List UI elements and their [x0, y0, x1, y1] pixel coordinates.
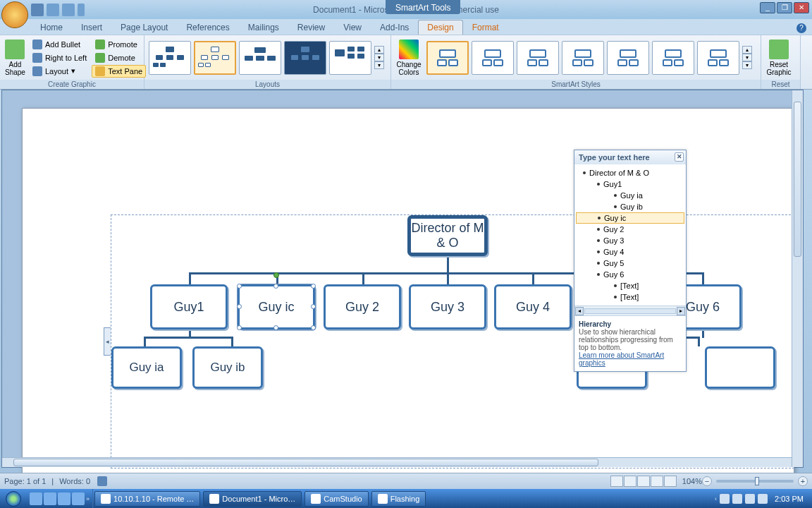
zoom-level[interactable]: 104%: [682, 477, 702, 485]
close-button[interactable]: ✕: [794, 2, 809, 13]
text-pane-body[interactable]: Director of M & OGuy1Guy iaGuy ibGuy icG…: [574, 164, 686, 306]
view-print-layout[interactable]: [610, 476, 623, 487]
ql-ie-icon[interactable]: [58, 492, 70, 505]
page[interactable]: ◂ • • • • Director of M & O Guy1: [22, 108, 794, 508]
ql-more-icon[interactable]: »: [86, 495, 90, 502]
layouts-gallery-spinner[interactable]: ▴▾▾: [374, 46, 384, 69]
change-colors-button[interactable]: Change Colors: [394, 37, 424, 78]
tab-design[interactable]: Design: [418, 20, 462, 35]
style-thumb-6[interactable]: [652, 41, 694, 75]
learn-more-link[interactable]: Learn more about SmartArt graphics: [579, 351, 664, 367]
styles-gallery-spinner[interactable]: ▴▾▾: [742, 46, 752, 69]
node-guy6-child2[interactable]: [705, 346, 775, 389]
smartart-canvas[interactable]: ◂ • • • • Director of M & O Guy1: [111, 214, 794, 468]
layout-thumb-2[interactable]: [194, 41, 236, 75]
style-thumb-7[interactable]: [697, 41, 739, 75]
node-guy1[interactable]: Guy1: [150, 284, 228, 329]
save-icon[interactable]: [31, 4, 44, 16]
text-pane-close-icon[interactable]: ✕: [675, 152, 684, 162]
textpane-toggle-tab[interactable]: ◂: [104, 327, 111, 356]
zoom-out-button[interactable]: −: [702, 476, 712, 486]
minimize-button[interactable]: _: [760, 2, 775, 13]
layout-button[interactable]: Layout ▾: [29, 65, 90, 78]
add-shape-button[interactable]: Add Shape: [3, 37, 27, 78]
view-outline[interactable]: [651, 476, 663, 487]
view-full-screen[interactable]: [624, 476, 636, 487]
demote-button[interactable]: Demote: [92, 52, 146, 64]
start-button[interactable]: [0, 489, 27, 508]
tab-page-layout[interactable]: Page Layout: [111, 20, 177, 35]
ql-media-icon[interactable]: [72, 492, 85, 505]
maximize-button[interactable]: ❐: [777, 2, 792, 13]
tab-format[interactable]: Format: [463, 20, 508, 35]
tab-references[interactable]: References: [177, 20, 238, 35]
ql-show-desktop-icon[interactable]: [30, 492, 42, 505]
tab-home[interactable]: Home: [31, 20, 72, 35]
help-icon[interactable]: ?: [796, 23, 806, 33]
text-pane-item[interactable]: [Text]: [576, 291, 684, 303]
layout-thumb-4[interactable]: [284, 41, 326, 75]
text-pane-item[interactable]: Guy1: [576, 179, 684, 190]
tray-expand-icon[interactable]: ‹: [715, 495, 717, 502]
text-pane-item[interactable]: Director of M & O: [576, 167, 684, 179]
style-thumb-3[interactable]: [517, 41, 559, 75]
node-guy3[interactable]: Guy 3: [409, 284, 486, 329]
undo-icon[interactable]: [47, 4, 59, 16]
spell-check-icon[interactable]: [97, 476, 107, 486]
taskbar-task[interactable]: 10.10.1.10 - Remote …: [94, 491, 200, 507]
tray-network-icon[interactable]: [745, 494, 755, 504]
tab-insert[interactable]: Insert: [72, 20, 111, 35]
ql-switch-windows-icon[interactable]: [44, 492, 56, 505]
text-pane-item[interactable]: Guy 5: [576, 258, 684, 269]
node-guy4[interactable]: Guy 4: [494, 284, 572, 329]
text-pane-item[interactable]: Guy ib: [576, 201, 684, 212]
zoom-in-button[interactable]: +: [798, 476, 808, 486]
tray-volume-icon[interactable]: [758, 494, 768, 504]
text-pane-item[interactable]: Guy 6: [576, 269, 684, 280]
tray-icon-2[interactable]: [732, 494, 742, 504]
tab-mailings[interactable]: Mailings: [239, 20, 288, 35]
text-pane-item[interactable]: Guy ic: [576, 212, 684, 224]
text-pane-button[interactable]: Text Pane: [92, 65, 146, 78]
style-thumb-4[interactable]: [562, 41, 604, 75]
qat-more-icon[interactable]: [78, 4, 85, 16]
tab-view[interactable]: View: [334, 20, 371, 35]
view-web-layout[interactable]: [637, 476, 650, 487]
text-pane-item[interactable]: Guy ia: [576, 190, 684, 201]
node-guy-ic[interactable]: Guy ic: [238, 284, 315, 329]
node-director[interactable]: Director of M & O: [407, 215, 488, 256]
vertical-scrollbar[interactable]: [792, 90, 803, 467]
layout-thumb-3[interactable]: [239, 41, 281, 75]
zoom-slider[interactable]: [716, 480, 794, 483]
text-pane-item[interactable]: [Text]: [576, 280, 684, 291]
horizontal-scrollbar[interactable]: [2, 457, 792, 467]
add-bullet-button[interactable]: Add Bullet: [29, 38, 90, 51]
taskbar-task[interactable]: CamStudio: [304, 491, 368, 507]
text-pane-item[interactable]: Guy 4: [576, 246, 684, 258]
tray-icon-1[interactable]: [720, 494, 730, 504]
text-pane-item[interactable]: Guy 3: [576, 235, 684, 246]
layout-thumb-1[interactable]: [149, 41, 191, 75]
style-thumb-1[interactable]: [426, 41, 469, 75]
taskbar-task[interactable]: Document1 - Micro…: [203, 491, 302, 507]
view-draft[interactable]: [664, 476, 677, 487]
right-to-left-button[interactable]: Right to Left: [29, 52, 90, 64]
status-page[interactable]: Page: 1 of 1: [4, 477, 46, 485]
node-guy2[interactable]: Guy 2: [324, 284, 401, 329]
tab-review[interactable]: Review: [288, 20, 334, 35]
taskbar-clock[interactable]: 2:03 PM: [770, 495, 808, 503]
node-guy-ib[interactable]: Guy ib: [192, 346, 263, 389]
layout-thumb-5[interactable]: [329, 41, 371, 75]
style-thumb-2[interactable]: [472, 41, 514, 75]
tab-add-ins[interactable]: Add-Ins: [371, 20, 418, 35]
redo-icon[interactable]: [62, 4, 75, 16]
status-words[interactable]: Words: 0: [59, 477, 90, 485]
text-pane-item[interactable]: Guy 2: [576, 224, 684, 235]
promote-button[interactable]: Promote: [92, 38, 146, 51]
node-guy-ia[interactable]: Guy ia: [111, 346, 182, 389]
style-thumb-5[interactable]: [607, 41, 649, 75]
office-button[interactable]: [1, 1, 28, 28]
reset-graphic-button[interactable]: Reset Graphic: [764, 37, 794, 78]
taskbar-task[interactable]: Flashing: [371, 491, 426, 507]
text-pane-hscroll[interactable]: ◂▸: [574, 306, 686, 315]
